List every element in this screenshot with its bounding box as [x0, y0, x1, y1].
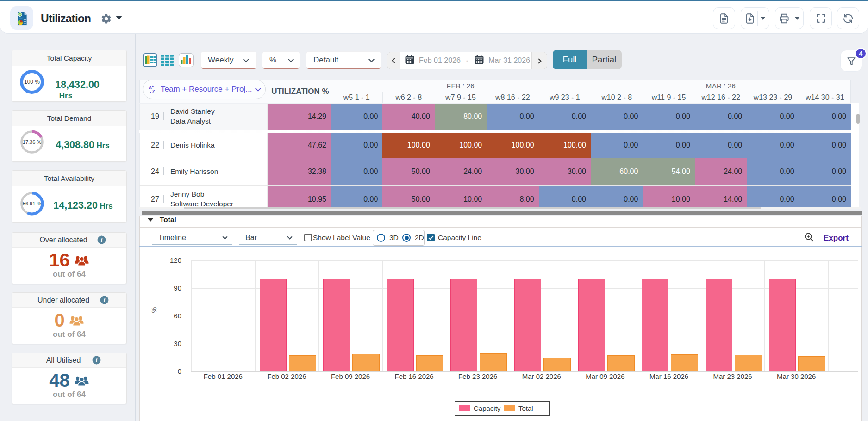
- svg-text:17.36 %: 17.36 %: [23, 139, 42, 145]
- svg-text:Z: Z: [152, 89, 155, 94]
- svg-text:i: i: [101, 236, 103, 243]
- svg-text:56.91 %: 56.91 %: [23, 201, 42, 206]
- svg-text:A: A: [149, 85, 152, 90]
- svg-text:i: i: [96, 357, 98, 364]
- svg-text:i: i: [104, 297, 106, 303]
- svg-text:100 %: 100 %: [24, 79, 40, 85]
